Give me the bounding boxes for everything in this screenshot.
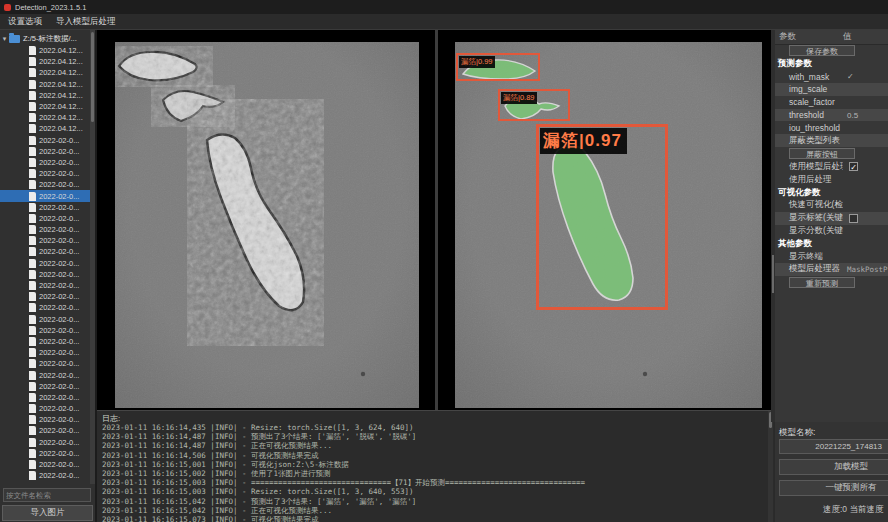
tree-item-label: 2022-02-0... — [39, 214, 79, 223]
tree-root-label: Z:/5-标注数据/... — [23, 34, 77, 44]
tree-item[interactable]: 2022.04.12... — [0, 90, 92, 101]
folder-icon — [9, 35, 20, 43]
file-icon — [29, 292, 36, 301]
tree-item[interactable]: 2022-02-0... — [0, 179, 92, 190]
param-checkbox[interactable] — [849, 214, 858, 223]
param-row[interactable]: 显示标签(关键点) — [775, 212, 888, 225]
tree-item[interactable]: 2022-02-0... — [0, 146, 92, 157]
tree-item[interactable]: 2022-02-0... — [0, 459, 92, 470]
file-icon — [29, 337, 36, 346]
file-icon — [29, 158, 36, 167]
prediction-image-canvas[interactable]: 漏箔|0.99 漏箔|0.89 漏箔|0.97 — [455, 42, 762, 408]
tree-item[interactable]: 2022.04.12... — [0, 67, 92, 78]
param-checkbox[interactable]: ✓ — [849, 162, 858, 171]
tree-item[interactable]: 2022-02-0... — [0, 425, 92, 436]
log-scrollbar[interactable] — [768, 411, 773, 522]
tree-item[interactable]: 2022-02-0... — [0, 336, 92, 347]
tree-item-label: 2022.04.12... — [39, 46, 83, 55]
tree-item[interactable]: 2022-02-0... — [0, 190, 92, 201]
tree-item[interactable]: 2022-02-0... — [0, 280, 92, 291]
model-name-field[interactable]: 20221225_174813 — [779, 439, 888, 454]
tree-item[interactable]: 2022-02-0... — [0, 235, 92, 246]
tree-item[interactable]: 2022.04.12... — [0, 123, 92, 134]
menu-import-model-postprocess[interactable]: 导入模型后处理 — [56, 16, 116, 28]
filename-search-input[interactable] — [3, 488, 91, 502]
param-name: 显示标签(关键点) — [775, 212, 843, 224]
menu-settings[interactable]: 设置选项 — [8, 16, 42, 28]
tree-item[interactable]: 2022-02-0... — [0, 369, 92, 380]
tree-item[interactable]: 2022-02-0... — [0, 325, 92, 336]
tree-item[interactable]: 2022-02-0... — [0, 403, 92, 414]
param-button[interactable]: 屏蔽按钮 — [789, 148, 855, 159]
param-row[interactable]: 显示终端 — [775, 250, 888, 263]
detection-label: 漏箔|0.97 — [540, 128, 627, 154]
param-row[interactable]: 使用模型后处理✓ — [775, 161, 888, 174]
tree-item[interactable]: 2022-02-0... — [0, 314, 92, 325]
tree-item[interactable]: 2022-02-0... — [0, 448, 92, 459]
tree-item[interactable]: 2022.04.12... — [0, 45, 92, 56]
file-icon — [29, 449, 36, 458]
menubar: 设置选项 导入模型后处理 — [0, 14, 888, 30]
tree-item-label: 2022-02-0... — [39, 303, 79, 312]
file-icon — [29, 68, 36, 77]
tree-item[interactable]: 2022-02-0... — [0, 470, 92, 481]
tree-item[interactable]: 2022.04.12... — [0, 112, 92, 123]
param-row[interactable]: 使用后处理 — [775, 173, 888, 186]
param-row[interactable]: img_scale — [775, 83, 888, 96]
tree-scrollbar-thumb[interactable] — [91, 32, 94, 122]
param-row[interactable]: 显示分数(关键点) — [775, 225, 888, 238]
tree-item[interactable]: 2022.04.12... — [0, 79, 92, 90]
tree-item[interactable]: 2022-02-0... — [0, 135, 92, 146]
tree-item[interactable]: 2022-02-0... — [0, 168, 92, 179]
tree-item[interactable]: 2022-02-0... — [0, 437, 92, 448]
viewer-splitter[interactable] — [435, 30, 438, 410]
param-row[interactable]: iou_threshold — [775, 121, 888, 134]
param-name: iou_threshold — [775, 123, 843, 133]
tree-root-folder[interactable]: ▾ Z:/5-标注数据/... — [0, 33, 77, 44]
param-button[interactable]: 保存参数 — [789, 45, 855, 56]
import-image-button[interactable]: 导入图片 — [2, 505, 93, 521]
param-value: 0.5 — [843, 111, 858, 120]
predict-all-button[interactable]: 一键预测所有 — [779, 480, 888, 496]
tree-item[interactable]: 2022-02-0... — [0, 213, 92, 224]
tree-item[interactable]: 2022-02-0... — [0, 157, 92, 168]
file-icon — [29, 203, 36, 212]
tree-item[interactable]: 2022-02-0... — [0, 347, 92, 358]
tree-item-label: 2022-02-0... — [39, 281, 79, 290]
param-section-header: 其他参数 — [775, 237, 888, 250]
tree-item[interactable]: 2022-02-0... — [0, 202, 92, 213]
param-name: scale_factor — [775, 97, 843, 107]
param-row[interactable]: 屏蔽类型列表 — [775, 134, 888, 147]
speed-text: 速度:0 当前速度 — [823, 504, 883, 516]
log-line: 2023-01-11 16:16:14,487 |INFO| - 正在可视化预测… — [102, 441, 768, 450]
file-icon — [29, 270, 36, 279]
tree-item[interactable]: 2022-02-0... — [0, 358, 92, 369]
tree-scrollbar[interactable] — [90, 30, 95, 484]
tree-item[interactable]: 2022-02-0... — [0, 258, 92, 269]
tree-item[interactable]: 2022-02-0... — [0, 224, 92, 235]
param-row[interactable]: 模型后处理器MaskPostPro — [775, 263, 888, 276]
load-model-button[interactable]: 加载模型 — [779, 459, 888, 475]
param-row[interactable]: 快速可视化(检测) — [775, 199, 888, 212]
tree-item[interactable]: 2022-02-0... — [0, 302, 92, 313]
chevron-down-icon[interactable]: ▾ — [0, 35, 9, 43]
tree-item[interactable]: 2022-02-0... — [0, 414, 92, 425]
tree-item[interactable]: 2022-02-0... — [0, 381, 92, 392]
params-scrollbar-thumb[interactable] — [772, 255, 774, 293]
param-name: 显示分数(关键点) — [775, 225, 843, 237]
tree-item[interactable]: 2022-02-0... — [0, 246, 92, 257]
tree-item[interactable]: 2022.04.12... — [0, 101, 92, 112]
param-row[interactable]: scale_factor — [775, 96, 888, 109]
tree-item[interactable]: 2022-02-0... — [0, 269, 92, 280]
log-panel[interactable]: 日志: 2023-01-11 16:16:14,435 |INFO| - Res… — [97, 410, 774, 522]
tree-item[interactable]: 2022-02-0... — [0, 392, 92, 403]
param-row[interactable]: with_mask✓ — [775, 70, 888, 83]
param-row[interactable]: threshold0.5 — [775, 109, 888, 122]
tree-item[interactable]: 2022.04.12... — [0, 56, 92, 67]
tree-item-label: 2022-02-0... — [39, 359, 79, 368]
model-name-label: 模型名称: — [775, 422, 888, 439]
param-name: 使用后处理 — [775, 174, 843, 186]
source-image-canvas[interactable] — [115, 42, 419, 408]
param-button[interactable]: 重新预测 — [789, 277, 855, 288]
tree-item[interactable]: 2022-02-0... — [0, 291, 92, 302]
